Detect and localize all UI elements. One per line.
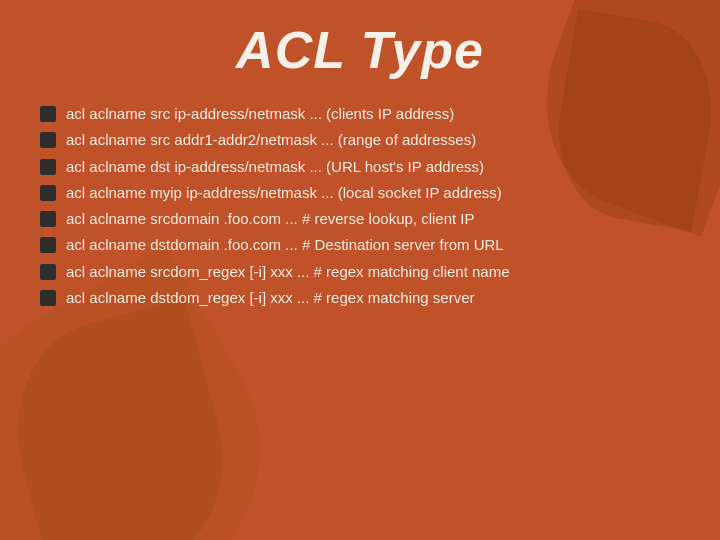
bullet-icon [40, 159, 56, 175]
item-text: acl aclname src addr1-addr2/netmask ... … [66, 130, 680, 150]
list-item: acl aclname dstdom_regex [-i] xxx ... # … [40, 288, 680, 308]
main-content: ACL Type acl aclname src ip-address/netm… [0, 0, 720, 334]
bullet-icon [40, 237, 56, 253]
item-text: acl aclname srcdom_regex [-i] xxx ... # … [66, 262, 680, 282]
list-item: acl aclname dst ip-address/netmask ... (… [40, 157, 680, 177]
list-item: acl aclname srcdom_regex [-i] xxx ... # … [40, 262, 680, 282]
acl-list: acl aclname src ip-address/netmask ... (… [40, 104, 680, 308]
bullet-icon [40, 132, 56, 148]
bullet-icon [40, 185, 56, 201]
list-item: acl aclname myip ip-address/netmask ... … [40, 183, 680, 203]
item-text: acl aclname srcdomain .foo.com ... # rev… [66, 209, 680, 229]
item-text: acl aclname src ip-address/netmask ... (… [66, 104, 680, 124]
list-item: acl aclname src ip-address/netmask ... (… [40, 104, 680, 124]
bullet-icon [40, 106, 56, 122]
item-text: acl aclname dstdomain .foo.com ... # Des… [66, 235, 680, 255]
bullet-icon [40, 211, 56, 227]
list-item: acl aclname src addr1-addr2/netmask ... … [40, 130, 680, 150]
item-text: acl aclname dstdom_regex [-i] xxx ... # … [66, 288, 680, 308]
list-item: acl aclname dstdomain .foo.com ... # Des… [40, 235, 680, 255]
item-text: acl aclname myip ip-address/netmask ... … [66, 183, 680, 203]
item-text: acl aclname dst ip-address/netmask ... (… [66, 157, 680, 177]
bullet-icon [40, 264, 56, 280]
bullet-icon [40, 290, 56, 306]
list-item: acl aclname srcdomain .foo.com ... # rev… [40, 209, 680, 229]
page-title: ACL Type [40, 20, 680, 80]
